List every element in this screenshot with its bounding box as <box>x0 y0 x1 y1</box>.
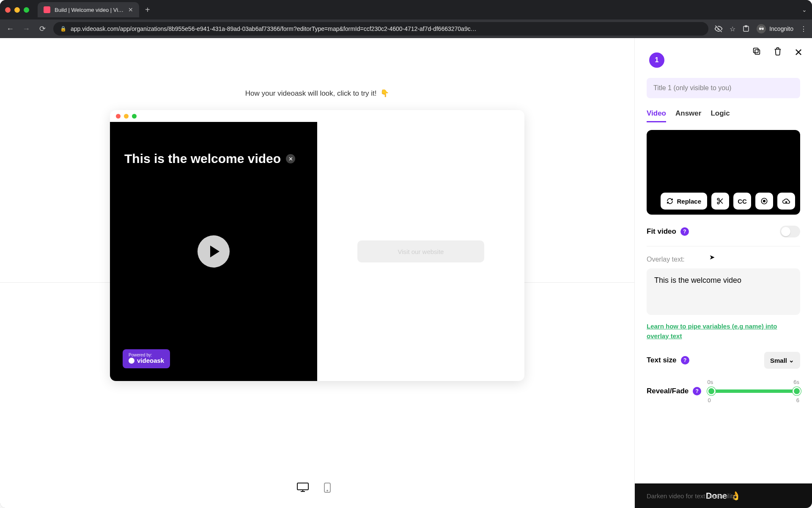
nav-forward-icon[interactable]: → <box>21 25 31 33</box>
play-icon <box>210 246 219 257</box>
fit-video-toggle[interactable] <box>780 226 800 237</box>
powered-by-badge[interactable]: Powered by: videoask <box>123 349 170 369</box>
fit-video-help-icon[interactable]: ? <box>680 227 689 236</box>
powered-by-brand: videoask <box>137 357 164 364</box>
preview-window-titlebar <box>110 110 524 122</box>
preview-zoom-dot <box>132 114 137 119</box>
replace-video-label: Replace <box>677 198 701 205</box>
overlay-text-input[interactable]: This is the welcome video <box>647 268 800 315</box>
slider-handle-end[interactable] <box>793 387 801 395</box>
nav-back-icon[interactable]: ← <box>5 25 15 33</box>
tab-favicon <box>44 6 50 13</box>
svg-rect-6 <box>754 48 758 53</box>
device-preview-toggle <box>296 482 338 493</box>
adjust-video-button[interactable] <box>755 193 773 210</box>
tab-title: Build | Welcome video | VideoA <box>55 7 124 13</box>
preview-answer-pane: Visit our website <box>317 122 524 381</box>
text-size-help-icon[interactable]: ? <box>681 356 689 364</box>
tab-answer[interactable]: Answer <box>675 109 701 122</box>
window-zoom-dot[interactable] <box>24 7 29 13</box>
preview-cta-label: Visit our website <box>398 248 444 255</box>
mobile-preview-icon[interactable] <box>324 482 338 493</box>
reveal-fade-help-icon[interactable]: ? <box>693 387 701 395</box>
svg-rect-2 <box>297 483 308 490</box>
darken-video-label: Darken video for text readability <box>647 492 736 500</box>
reveal-start-bottom: 0 <box>708 397 711 403</box>
slider-track <box>708 389 800 393</box>
bookmark-star-icon[interactable]: ☆ <box>730 25 735 33</box>
divider <box>647 246 800 246</box>
browser-menu-icon[interactable]: ⋮ <box>800 25 807 33</box>
text-size-select[interactable]: Small ⌄ <box>764 352 800 369</box>
overlay-variables-link[interactable]: Learn how to pipe variables (e.g name) i… <box>647 322 800 341</box>
canvas-area: How your videoask will look, click to tr… <box>0 38 634 508</box>
captions-button[interactable]: CC <box>733 193 751 210</box>
svg-point-10 <box>763 200 765 202</box>
incognito-icon: 🕶 <box>757 24 766 33</box>
preview-close-dot <box>116 114 121 119</box>
overlay-text-label: Overlay text: ➤ <box>647 256 800 263</box>
preview-caption-text: How your videoask will look, click to tr… <box>245 89 377 97</box>
nav-reload-icon[interactable]: ⟳ <box>37 24 47 33</box>
reveal-fade-slider[interactable] <box>708 387 800 395</box>
play-button[interactable] <box>198 235 230 268</box>
preview-window[interactable]: This is the welcome video ✕ Powered by: … <box>110 110 524 381</box>
browser-address-bar: ← → ⟳ 🔒 app.videoask.com/app/organizatio… <box>0 19 812 38</box>
step-title-placeholder: Title 1 (only visible to you) <box>653 84 731 92</box>
text-size-row: Text size ? Small ⌄ <box>647 352 800 369</box>
reveal-fade-label: Reveal/Fade <box>647 387 689 395</box>
reveal-start-top: 0s <box>708 379 713 385</box>
done-button[interactable]: Darken video for text readability Done 👌 <box>635 483 812 508</box>
preview-cta-button[interactable]: Visit our website <box>357 240 484 262</box>
tab-video[interactable]: Video <box>647 109 666 122</box>
point-down-icon: 👇 <box>380 89 389 97</box>
tab-overflow-icon[interactable]: ⌄ <box>802 6 807 13</box>
eye-off-icon[interactable] <box>714 25 723 33</box>
cc-label: CC <box>738 198 747 205</box>
chevron-down-icon: ⌄ <box>789 356 794 364</box>
url-field[interactable]: 🔒 app.videoask.com/app/organizations/8b9… <box>53 22 708 36</box>
download-video-button[interactable] <box>777 193 795 210</box>
cursor-icon: ➤ <box>709 253 715 261</box>
incognito-label: Incognito <box>769 25 793 32</box>
svg-point-4 <box>327 490 328 491</box>
tab-close-icon[interactable]: ✕ <box>128 6 133 13</box>
text-size-value: Small <box>770 357 787 364</box>
text-size-label: Text size <box>647 356 677 364</box>
trim-video-button[interactable] <box>711 193 729 210</box>
url-text: app.videoask.com/app/organizations/8b955… <box>71 25 702 32</box>
reveal-fade-section: . 0s 6s Reveal/Fade ? <box>647 379 800 403</box>
close-panel-icon[interactable]: ✕ <box>794 47 803 58</box>
browser-tab[interactable]: Build | Welcome video | VideoA ✕ <box>38 2 139 17</box>
fit-video-row: Fit video ? <box>647 226 800 237</box>
duplicate-icon[interactable] <box>752 47 761 58</box>
window-minimize-dot[interactable] <box>14 7 20 13</box>
step-number: 1 <box>655 56 659 64</box>
preview-video-pane[interactable]: This is the welcome video ✕ Powered by: … <box>110 122 317 381</box>
window-traffic-lights <box>5 7 29 13</box>
browser-tab-bar: Build | Welcome video | VideoA ✕ + ⌄ <box>0 0 812 19</box>
tab-logic[interactable]: Logic <box>710 109 730 122</box>
svg-point-7 <box>717 198 719 200</box>
delete-icon[interactable] <box>773 47 782 58</box>
overlay-text-display: This is the welcome video ✕ <box>124 152 295 166</box>
slider-handle-start[interactable] <box>707 387 716 395</box>
reveal-end-top: 6s <box>793 379 799 385</box>
lock-icon: 🔒 <box>60 26 66 32</box>
video-thumbnail[interactable]: Replace CC <box>647 130 800 215</box>
replace-video-button[interactable]: Replace <box>661 193 707 210</box>
fit-video-label: Fit video <box>647 227 676 236</box>
step-title-input[interactable]: Title 1 (only visible to you) <box>647 78 800 98</box>
extensions-icon[interactable] <box>742 25 750 33</box>
overlay-text-value: This is the welcome video <box>654 276 741 284</box>
svg-rect-5 <box>755 50 760 54</box>
new-tab-button[interactable]: + <box>143 5 153 15</box>
panel-tabs: Video Answer Logic <box>647 109 800 122</box>
overlay-text-remove-icon[interactable]: ✕ <box>286 154 295 163</box>
window-close-dot[interactable] <box>5 7 11 13</box>
edit-panel: ✕ 1 Title 1 (only visible to you) Video … <box>634 38 812 508</box>
powered-by-label: Powered by: <box>129 353 164 357</box>
incognito-chip[interactable]: 🕶 Incognito <box>757 24 793 33</box>
videoask-logo-icon <box>129 358 134 364</box>
desktop-preview-icon[interactable] <box>296 482 311 493</box>
